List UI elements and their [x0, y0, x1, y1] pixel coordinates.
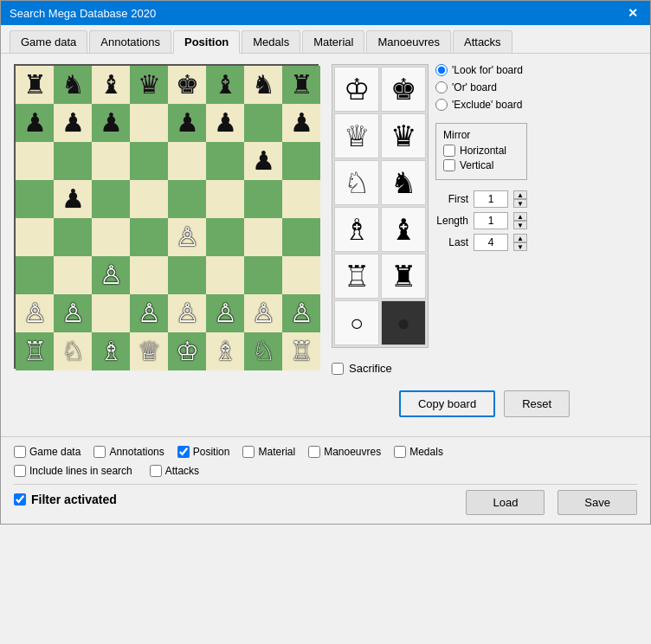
- spinner-first-up[interactable]: ▲: [513, 190, 527, 199]
- board-cell-5-2[interactable]: ♙: [92, 256, 130, 294]
- spinner-last-down[interactable]: ▼: [513, 242, 527, 251]
- board-cell-3-7[interactable]: [282, 180, 320, 218]
- spinner-last-up[interactable]: ▲: [513, 234, 527, 242]
- board-cell-2-2[interactable]: [92, 142, 130, 180]
- board-cell-0-7[interactable]: ♜: [282, 66, 320, 104]
- tab-position[interactable]: Position: [173, 30, 240, 54]
- board-cell-2-0[interactable]: [16, 142, 54, 180]
- board-cell-1-0[interactable]: ♟: [16, 104, 54, 142]
- tab-material[interactable]: Material: [302, 30, 364, 53]
- board-cell-6-0[interactable]: ♙: [16, 294, 54, 332]
- board-cell-5-0[interactable]: [16, 256, 54, 294]
- board-cell-1-3[interactable]: [130, 104, 168, 142]
- cb-medals[interactable]: Medals: [394, 446, 443, 458]
- piece-white-king[interactable]: ♔: [334, 67, 379, 112]
- board-cell-1-2[interactable]: ♟: [92, 104, 130, 142]
- filter-checkbox[interactable]: [14, 493, 26, 506]
- piece-black-bishop[interactable]: ♝: [381, 207, 426, 252]
- board-cell-1-6[interactable]: [244, 104, 282, 142]
- copy-board-button[interactable]: Copy board: [399, 390, 495, 417]
- include-lines[interactable]: Include lines in search: [14, 465, 132, 477]
- spinner-length-input[interactable]: [474, 212, 508, 229]
- board-cell-5-3[interactable]: [130, 256, 168, 294]
- board-cell-0-1[interactable]: ♞: [54, 66, 92, 104]
- piece-black-king[interactable]: ♚: [381, 67, 426, 112]
- include-lines-input[interactable]: [14, 465, 26, 477]
- board-cell-6-4[interactable]: ♙: [168, 294, 206, 332]
- chess-board[interactable]: ♜♞♝♛♚♝♞♜♟♟♟♟♟♟♟♟♙♙♙♙♙♙♙♙♙♖♘♗♕♔♗♘♖: [14, 64, 319, 369]
- sacrifice-row[interactable]: Sacrifice: [332, 362, 637, 375]
- filter-row[interactable]: Filter activated: [14, 493, 117, 506]
- board-cell-7-5[interactable]: ♗: [206, 332, 244, 370]
- cb-annotations[interactable]: Annotations: [93, 446, 164, 458]
- board-cell-6-1[interactable]: ♙: [54, 294, 92, 332]
- board-cell-0-3[interactable]: ♛: [130, 66, 168, 104]
- board-cell-6-7[interactable]: ♙: [282, 294, 320, 332]
- sacrifice-checkbox[interactable]: [332, 363, 344, 375]
- board-cell-5-6[interactable]: [244, 256, 282, 294]
- board-cell-7-1[interactable]: ♘: [54, 332, 92, 370]
- radio-or-board-input[interactable]: [435, 81, 448, 93]
- board-cell-4-6[interactable]: [244, 218, 282, 256]
- attacks-cb[interactable]: Attacks: [150, 465, 199, 477]
- piece-black-pawn-circle[interactable]: ●: [381, 300, 426, 345]
- board-cell-0-6[interactable]: ♞: [244, 66, 282, 104]
- board-cell-2-6[interactable]: ♟: [244, 142, 282, 180]
- spinner-length-up[interactable]: ▲: [513, 212, 527, 221]
- board-cell-3-3[interactable]: [130, 180, 168, 218]
- piece-white-bishop[interactable]: ♗: [334, 207, 379, 252]
- cb-position-input[interactable]: [177, 446, 190, 458]
- board-cell-3-0[interactable]: [16, 180, 54, 218]
- cb-game-data[interactable]: Game data: [14, 446, 81, 458]
- mirror-horizontal-input[interactable]: [443, 145, 455, 157]
- piece-white-knight[interactable]: ♘: [334, 160, 379, 205]
- close-button[interactable]: ✕: [624, 6, 641, 20]
- board-cell-4-4[interactable]: ♙: [168, 218, 206, 256]
- radio-look-for-input[interactable]: [435, 64, 448, 76]
- cb-medals-input[interactable]: [394, 446, 406, 458]
- board-cell-6-6[interactable]: ♙: [244, 294, 282, 332]
- mirror-vertical[interactable]: Vertical: [443, 159, 519, 171]
- board-cell-2-4[interactable]: [168, 142, 206, 180]
- board-cell-4-0[interactable]: [16, 218, 54, 256]
- board-cell-7-4[interactable]: ♔: [168, 332, 206, 370]
- board-cell-1-1[interactable]: ♟: [54, 104, 92, 142]
- tab-medals[interactable]: Medals: [242, 30, 300, 53]
- board-cell-2-5[interactable]: [206, 142, 244, 180]
- cb-material-input[interactable]: [242, 446, 255, 458]
- board-cell-1-4[interactable]: ♟: [168, 104, 206, 142]
- board-cell-2-3[interactable]: [130, 142, 168, 180]
- attacks-cb-input[interactable]: [150, 465, 162, 477]
- radio-exclude-input[interactable]: [435, 99, 448, 111]
- board-cell-7-6[interactable]: ♘: [244, 332, 282, 370]
- radio-or-board[interactable]: 'Or' board: [435, 81, 527, 93]
- board-cell-3-2[interactable]: [92, 180, 130, 218]
- board-cell-2-7[interactable]: [282, 142, 320, 180]
- board-cell-3-4[interactable]: [168, 180, 206, 218]
- piece-empty-square[interactable]: ○: [334, 300, 379, 345]
- board-cell-7-7[interactable]: ♖: [282, 332, 320, 370]
- board-cell-7-0[interactable]: ♖: [16, 332, 54, 370]
- board-cell-0-5[interactable]: ♝: [206, 66, 244, 104]
- board-cell-4-3[interactable]: [130, 218, 168, 256]
- tab-manoeuvres[interactable]: Manoeuvres: [366, 30, 451, 53]
- mirror-vertical-input[interactable]: [443, 159, 455, 171]
- board-cell-4-2[interactable]: [92, 218, 130, 256]
- load-button[interactable]: Load: [466, 490, 545, 515]
- cb-annotations-input[interactable]: [93, 446, 106, 458]
- board-cell-1-5[interactable]: ♟: [206, 104, 244, 142]
- reset-button[interactable]: Reset: [504, 390, 570, 417]
- piece-white-rook[interactable]: ♖: [334, 254, 379, 299]
- board-cell-2-1[interactable]: [54, 142, 92, 180]
- board-cell-7-3[interactable]: ♕: [130, 332, 168, 370]
- tab-game-data[interactable]: Game data: [10, 30, 87, 53]
- piece-white-queen[interactable]: ♕: [334, 113, 379, 158]
- radio-exclude[interactable]: 'Exclude' board: [435, 99, 527, 111]
- save-button[interactable]: Save: [558, 490, 637, 515]
- board-cell-4-1[interactable]: [54, 218, 92, 256]
- board-cell-5-5[interactable]: [206, 256, 244, 294]
- board-cell-6-5[interactable]: ♙: [206, 294, 244, 332]
- board-cell-5-7[interactable]: [282, 256, 320, 294]
- piece-black-queen[interactable]: ♛: [381, 113, 426, 158]
- board-cell-3-1[interactable]: ♟: [54, 180, 92, 218]
